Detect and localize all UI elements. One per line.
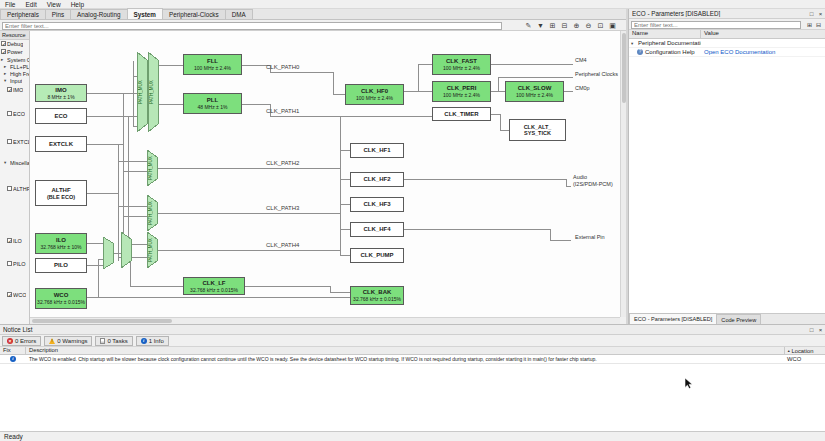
notice-row[interactable]: i The WCO is enabled. Chip startup will … <box>0 355 825 364</box>
menu-file[interactable]: File <box>0 0 20 8</box>
resource-item-fll-pll[interactable]: ▸ FLL+PLL <box>0 63 29 70</box>
tab-eco-parameters[interactable]: ECO - Parameters [DISABLED] <box>629 313 717 324</box>
float-panel-icon[interactable]: □ <box>807 326 816 334</box>
tab-peripheral-clocks[interactable]: Peripheral-Clocks <box>162 9 226 19</box>
expand-all-icon[interactable]: ⊞ <box>547 21 558 30</box>
edit-icon[interactable]: ✎ <box>523 21 534 30</box>
expand-all-icon[interactable]: ⊞ <box>805 20 814 28</box>
resource-item-pilo[interactable]: PILO <box>0 260 29 267</box>
checkbox-althf[interactable] <box>7 186 12 191</box>
parameters-filter-input[interactable] <box>631 21 801 29</box>
node-clk-hf2[interactable]: CLK_HF2 <box>350 172 404 187</box>
node-clk-timer[interactable]: CLK_TIMER <box>432 107 491 121</box>
resource-item-imo[interactable]: ✓ IMO <box>0 86 29 93</box>
chevron-down-icon[interactable]: ▾ <box>631 41 636 46</box>
menu-help[interactable]: Help <box>66 0 89 8</box>
path-mux[interactable] <box>121 232 131 268</box>
resource-item-althf[interactable]: ALTHF <box>0 185 29 192</box>
clock-diagram-canvas[interactable]: PATH_MUX PATH_MUX PATH_MUX PATH_MUX PATH… <box>30 31 620 317</box>
menu-view[interactable]: View <box>42 0 66 8</box>
node-clk-fast[interactable]: CLK_FAST 100 MHz ± 2.4% <box>432 54 491 75</box>
resource-item-wco[interactable]: ✓ WCO <box>0 291 29 298</box>
tab-pins[interactable]: Pins <box>45 9 71 19</box>
node-clk-hf0[interactable]: CLK_HF0 100 MHz ± 2.4% <box>345 84 404 105</box>
column-description[interactable]: Description <box>26 347 785 354</box>
node-clk-peri[interactable]: CLK_PERI 100 MHz ± 2.4% <box>432 81 491 102</box>
checkbox-power[interactable]: ✓ <box>1 49 6 54</box>
node-clk-lf[interactable]: CLK_LF 32.768 kHz ± 0.015% <box>183 277 245 295</box>
resource-item-debug[interactable]: ✓ Debug <box>0 40 29 47</box>
checkbox-debug[interactable]: ✓ <box>1 41 6 46</box>
node-clk-hf1[interactable]: CLK_HF1 <box>350 143 404 158</box>
collapse-all-icon[interactable]: ⊟ <box>814 20 823 28</box>
tab-system[interactable]: System <box>127 8 163 19</box>
node-pll[interactable]: PLL 48 MHz ± 1% <box>183 93 242 114</box>
node-wco[interactable]: WCO 32.768 kHz ± 0.015% <box>35 288 87 309</box>
resource-panel: Resource ✓ Debug ✓ Power ▸ System Clocks… <box>0 31 30 324</box>
tasks-filter-button[interactable]: 0 Tasks <box>95 336 132 346</box>
collapse-all-icon[interactable]: ⊟ <box>559 21 570 30</box>
zoom-fit-icon[interactable]: ⊡ <box>595 21 606 30</box>
node-clk-bak[interactable]: CLK_BAK 32.768 kHz ± 0.015% <box>350 286 404 305</box>
menu-edit[interactable]: Edit <box>20 0 41 8</box>
checkbox-extclk[interactable] <box>7 139 12 144</box>
canvas-horizontal-scrollbar[interactable] <box>30 317 620 324</box>
node-pilo[interactable]: PILO <box>35 258 87 273</box>
resource-item-ilo[interactable]: ✓ ILO <box>0 237 29 244</box>
tab-dma[interactable]: DMA <box>225 9 253 19</box>
canvas-filter-input[interactable] <box>2 22 502 30</box>
checkbox-ilo[interactable]: ✓ <box>7 238 12 243</box>
tab-code-preview[interactable]: Code Preview <box>716 314 761 324</box>
errors-filter-button[interactable]: × 0 Errors <box>2 336 41 346</box>
node-clk-hf3[interactable]: CLK_HF3 <box>350 197 404 212</box>
node-extclk[interactable]: EXTCLK <box>35 136 87 152</box>
column-name[interactable]: Name <box>629 30 701 38</box>
column-value[interactable]: Value <box>701 30 825 38</box>
resource-item-miscellaneous[interactable]: ▾ Miscellaneous <box>0 159 29 166</box>
path-mux[interactable] <box>103 237 113 269</box>
filter-icon[interactable]: ▼ <box>535 21 546 30</box>
float-panel-icon[interactable]: □ <box>807 10 816 18</box>
node-fll[interactable]: FLL 100 MHz ± 2.4% <box>183 54 242 75</box>
column-location[interactable]: ▲ Location <box>785 347 825 354</box>
zoom-in-icon[interactable]: ⊕ <box>571 21 582 30</box>
checkbox-eco[interactable] <box>7 111 12 116</box>
node-clk-alt-sys-tick[interactable]: CLK_ALT_ SYS_TICK <box>509 119 566 141</box>
zoom-selection-icon[interactable]: ▣ <box>607 21 618 30</box>
resource-item-extclk[interactable]: EXTCLK <box>0 138 29 145</box>
warnings-filter-button[interactable]: ! 0 Warnings <box>44 336 92 346</box>
resource-item-power[interactable]: ✓ Power <box>0 48 29 55</box>
scrollbar-thumb[interactable] <box>32 319 172 323</box>
resource-item-eco[interactable]: ECO <box>0 110 29 117</box>
close-panel-icon[interactable]: × <box>816 10 825 18</box>
status-text: Ready <box>4 433 23 440</box>
open-eco-documentation-link[interactable]: Open ECO Documentation <box>704 49 775 55</box>
info-filter-button[interactable]: i 1 Info <box>136 336 169 346</box>
column-fix[interactable]: Fix <box>0 347 26 354</box>
chevron-right-icon[interactable]: ▸ <box>4 64 9 69</box>
node-ilo[interactable]: ILO 32.768 kHz ± 10% <box>35 233 87 254</box>
resource-item-system-clocks[interactable]: ▸ System Clocks <box>0 56 29 63</box>
resource-item-input[interactable]: ▾ Input <box>0 77 29 84</box>
checkbox-imo[interactable]: ✓ <box>7 87 12 92</box>
close-panel-icon[interactable]: × <box>816 326 825 334</box>
param-group-row[interactable]: ▾ Peripheral Documentation <box>629 39 825 48</box>
checkbox-pilo[interactable] <box>7 261 12 266</box>
chevron-down-icon[interactable]: ▾ <box>4 160 9 165</box>
node-eco[interactable]: ECO <box>35 108 87 124</box>
node-clk-slow[interactable]: CLK_SLOW 100 MHz ± 2.4% <box>505 81 564 102</box>
zoom-out-icon[interactable]: ⊖ <box>583 21 594 30</box>
label-peripheral-clocks: Peripheral Clocks <box>575 71 618 78</box>
node-clk-hf4[interactable]: CLK_HF4 <box>350 222 404 237</box>
chevron-right-icon[interactable]: ▸ <box>4 71 9 76</box>
node-althf[interactable]: ALTHF (BLE ECO) <box>35 180 87 206</box>
checkbox-wco[interactable]: ✓ <box>7 292 12 297</box>
chevron-right-icon[interactable]: ▸ <box>1 57 6 62</box>
param-help-row[interactable]: ? Configuration Help Open ECO Documentat… <box>629 48 825 57</box>
tab-peripherals[interactable]: Peripherals <box>0 9 46 19</box>
chevron-down-icon[interactable]: ▾ <box>4 78 9 83</box>
node-imo[interactable]: IMO 8 MHz ± 1% <box>35 84 87 102</box>
tab-analog-routing[interactable]: Analog-Routing <box>70 9 127 19</box>
node-clk-pump[interactable]: CLK_PUMP <box>350 248 404 263</box>
resource-item-high-frequency[interactable]: ▸ High Frequency <box>0 70 29 77</box>
